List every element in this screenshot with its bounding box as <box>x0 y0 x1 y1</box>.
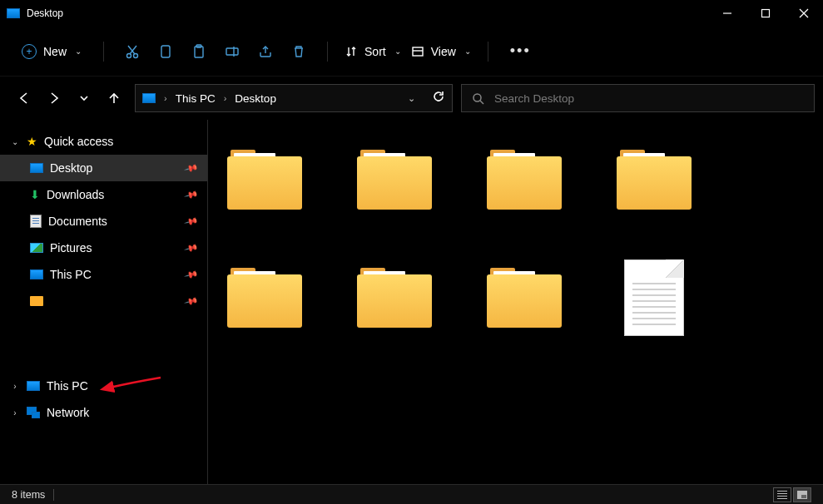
rename-button[interactable] <box>216 35 249 68</box>
svg-rect-1 <box>762 10 770 17</box>
sort-icon <box>345 45 358 58</box>
svg-rect-9 <box>195 47 203 57</box>
sidebar-item-label: Documents <box>48 215 107 228</box>
separator <box>103 42 104 62</box>
svg-rect-8 <box>161 46 170 57</box>
search-placeholder: Search Desktop <box>494 92 574 105</box>
chevron-right-icon: › <box>10 408 20 418</box>
app-icon <box>7 8 20 18</box>
sidebar-item-thispc[interactable]: This PC 📌 <box>0 261 207 288</box>
titlebar: Desktop <box>0 0 823 27</box>
separator <box>53 489 54 501</box>
sidebar-item-pinned[interactable]: 📌 <box>0 288 207 314</box>
separator <box>488 42 488 62</box>
sidebar-label: Quick access <box>44 135 113 148</box>
document-icon <box>30 215 42 228</box>
desktop-icon <box>30 163 43 173</box>
sort-label: Sort <box>364 45 386 58</box>
status-item-count: 8 items <box>12 489 45 501</box>
folder-icon <box>357 150 432 210</box>
sort-button[interactable]: Sort ⌄ <box>340 42 406 62</box>
minimize-button[interactable] <box>708 0 746 27</box>
folder-item[interactable] <box>223 256 306 339</box>
paste-button[interactable] <box>182 35 216 68</box>
breadcrumb-this-pc[interactable]: This PC <box>176 92 216 105</box>
svg-point-5 <box>134 53 138 57</box>
folder-icon <box>227 268 302 328</box>
folder-icon <box>487 268 562 328</box>
chevron-right-icon: › <box>224 93 227 103</box>
network-icon <box>27 407 40 418</box>
view-button[interactable]: View ⌄ <box>406 42 476 62</box>
folder-icon <box>30 296 43 306</box>
folder-icon <box>487 150 562 210</box>
sidebar-label: Network <box>47 406 89 419</box>
more-button[interactable]: ••• <box>500 42 541 60</box>
chevron-down-icon: ⌄ <box>75 47 82 56</box>
chevron-down-icon: ⌄ <box>394 47 401 56</box>
svg-rect-13 <box>413 47 423 56</box>
star-icon: ★ <box>27 135 37 148</box>
file-icon <box>624 259 684 336</box>
folder-icon <box>227 150 302 210</box>
pin-icon: 📌 <box>184 294 200 309</box>
statusbar: 8 items <box>0 484 823 504</box>
sidebar-network[interactable]: › Network <box>0 399 207 426</box>
pin-icon: 📌 <box>184 187 200 202</box>
breadcrumb-desktop[interactable]: Desktop <box>235 92 276 105</box>
new-button[interactable]: + New ⌄ <box>12 39 92 64</box>
folder-item[interactable] <box>353 138 436 221</box>
sidebar-item-label: This PC <box>50 268 92 281</box>
folder-item[interactable] <box>483 256 566 339</box>
folder-item[interactable] <box>483 138 566 221</box>
separator <box>327 42 328 62</box>
location-icon <box>142 93 156 103</box>
sidebar-item-documents[interactable]: Documents 📌 <box>0 208 207 235</box>
cut-button[interactable] <box>116 35 149 68</box>
address-bar[interactable]: › This PC › Desktop ⌄ <box>135 84 453 112</box>
pc-icon <box>27 381 40 391</box>
sidebar-item-downloads[interactable]: ⬇ Downloads 📌 <box>0 181 207 208</box>
file-item[interactable] <box>612 256 696 339</box>
svg-point-4 <box>127 53 131 57</box>
maximize-button[interactable] <box>746 0 785 27</box>
forward-button[interactable] <box>47 91 62 106</box>
view-icon <box>411 45 424 58</box>
sidebar-item-desktop[interactable]: Desktop 📌 <box>0 155 207 181</box>
plus-circle-icon: + <box>22 44 37 59</box>
search-icon <box>472 92 484 105</box>
chevron-down-icon: ⌄ <box>464 47 471 56</box>
sidebar-quick-access[interactable]: ⌄ ★ Quick access <box>0 128 207 155</box>
search-input[interactable]: Search Desktop <box>461 84 815 112</box>
refresh-button[interactable] <box>432 90 445 106</box>
pc-icon <box>30 269 43 279</box>
details-view-button[interactable] <box>773 487 791 502</box>
pin-icon: 📌 <box>184 267 200 282</box>
up-button[interactable] <box>107 91 121 106</box>
view-label: View <box>431 45 456 58</box>
share-button[interactable] <box>249 35 282 68</box>
window-title: Desktop <box>27 7 63 19</box>
pin-icon: 📌 <box>184 161 200 175</box>
sidebar-item-label: Downloads <box>47 188 104 201</box>
svg-rect-11 <box>226 48 238 55</box>
folder-icon <box>617 150 692 210</box>
sidebar-label: This PC <box>47 379 88 393</box>
history-chevron-button[interactable]: ⌄ <box>408 93 415 104</box>
content-area[interactable] <box>208 120 823 486</box>
folder-item[interactable] <box>223 138 306 221</box>
recent-button[interactable] <box>77 91 92 106</box>
address-row: › This PC › Desktop ⌄ Search Desktop <box>0 77 823 120</box>
sidebar-item-label: Desktop <box>50 161 92 175</box>
sidebar-this-pc[interactable]: › This PC <box>0 373 207 399</box>
folder-item[interactable] <box>612 138 696 221</box>
icons-view-button[interactable] <box>793 487 811 502</box>
copy-button[interactable] <box>149 35 182 68</box>
delete-button[interactable] <box>282 35 315 68</box>
back-button[interactable] <box>17 91 32 106</box>
svg-point-15 <box>473 94 481 101</box>
close-button[interactable] <box>785 0 823 27</box>
sidebar-item-pictures[interactable]: Pictures 📌 <box>0 235 207 261</box>
folder-item[interactable] <box>353 256 436 339</box>
new-label: New <box>43 45 67 58</box>
